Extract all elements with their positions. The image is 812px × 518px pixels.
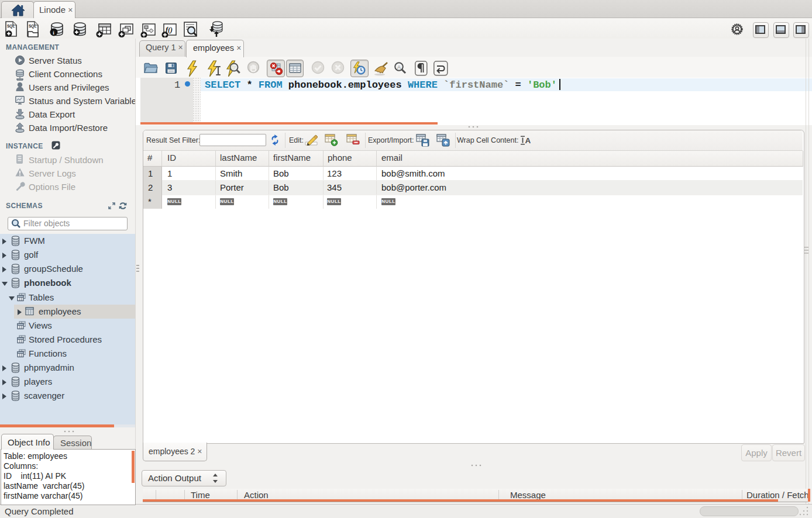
svg-text:SQL: SQL [7,24,15,29]
svg-text:A: A [525,136,531,145]
svg-text:A: A [397,64,401,70]
svg-text:SQL: SQL [29,24,36,29]
